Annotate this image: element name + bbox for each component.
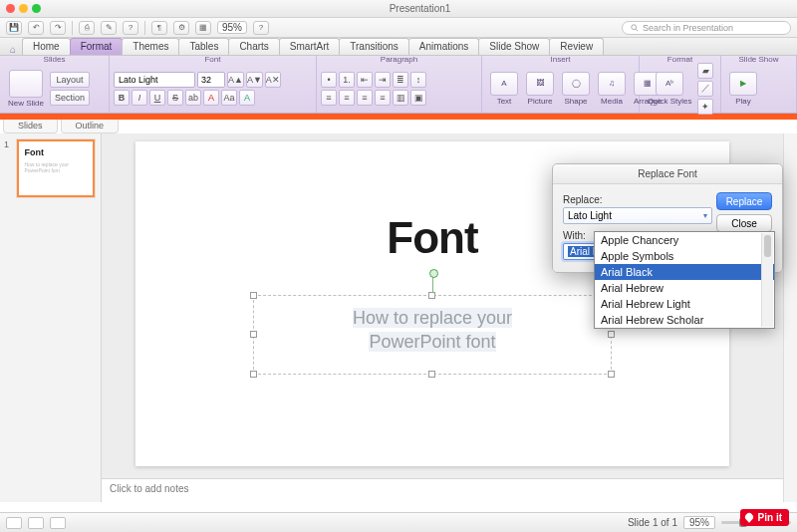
- pin-it-button[interactable]: Pin it: [740, 509, 789, 526]
- font-option[interactable]: Arial Hebrew Scholar: [595, 312, 774, 328]
- slideshow-view-button[interactable]: [50, 517, 66, 529]
- numbering-button[interactable]: 1.: [339, 72, 355, 88]
- with-font-dropdown[interactable]: Apple Chancery Apple Symbols Arial Black…: [594, 231, 775, 329]
- search-icon: [631, 24, 639, 32]
- dropdown-scrollbar[interactable]: [761, 233, 773, 327]
- subtab-outline[interactable]: Outline: [61, 120, 120, 133]
- search-input[interactable]: Search in Presentation: [622, 21, 791, 35]
- selection-handle[interactable]: [428, 292, 435, 299]
- tab-home[interactable]: Home: [22, 38, 71, 55]
- subtitle-placeholder[interactable]: How to replace your PowerPoint font: [253, 295, 612, 375]
- selection-handle[interactable]: [608, 371, 615, 378]
- highlight-button[interactable]: ab: [185, 90, 201, 106]
- subtitle-text[interactable]: How to replace your PowerPoint font: [254, 296, 611, 355]
- tab-review[interactable]: Review: [549, 38, 604, 55]
- selection-handle[interactable]: [250, 331, 257, 338]
- close-window-button[interactable]: [6, 4, 15, 13]
- quick-styles-button[interactable]: AᵇQuick Styles: [644, 72, 695, 106]
- font-color-2-button[interactable]: A: [239, 90, 255, 106]
- play-slideshow-button[interactable]: ▶Play: [725, 72, 761, 106]
- bullets-button[interactable]: •: [321, 72, 337, 88]
- sorter-view-button[interactable]: [28, 517, 44, 529]
- decrease-indent-button[interactable]: ⇤: [357, 72, 373, 88]
- increase-indent-button[interactable]: ⇥: [375, 72, 391, 88]
- tab-format[interactable]: Format: [70, 38, 124, 55]
- tab-transitions[interactable]: Transitions: [339, 38, 409, 55]
- font-option-selected[interactable]: Arial Black: [595, 264, 774, 280]
- strike-button[interactable]: S: [167, 90, 183, 106]
- status-zoom-value[interactable]: 95%: [683, 516, 715, 529]
- shape-effects-button[interactable]: ✦: [697, 99, 713, 115]
- align-left-button[interactable]: ≡: [321, 90, 337, 106]
- tab-tables[interactable]: Tables: [178, 38, 229, 55]
- insert-shape-button[interactable]: ◯Shape: [558, 72, 594, 106]
- close-button[interactable]: Close: [716, 214, 772, 232]
- subtitle-line-1: How to replace your: [353, 308, 512, 328]
- vertical-scrollbar[interactable]: [783, 133, 797, 502]
- tab-slide-show[interactable]: Slide Show: [478, 38, 550, 55]
- layout-button[interactable]: Layout: [50, 72, 90, 88]
- shape-line-button[interactable]: ／: [697, 81, 713, 97]
- media-browser-button[interactable]: ▦: [195, 21, 211, 35]
- text-direction-button[interactable]: ↕: [410, 72, 426, 88]
- insert-text-button[interactable]: AText: [486, 72, 522, 106]
- normal-view-button[interactable]: [6, 517, 22, 529]
- font-color-button[interactable]: A: [203, 90, 219, 106]
- slide-thumbnail-1[interactable]: Font How to replace your PowerPoint font: [17, 139, 95, 197]
- save-button[interactable]: 💾: [6, 21, 22, 35]
- section-button[interactable]: Section: [50, 90, 90, 106]
- redo-button[interactable]: ↷: [50, 21, 66, 35]
- tab-themes[interactable]: Themes: [122, 38, 179, 55]
- justify-button[interactable]: ≡: [375, 90, 391, 106]
- font-option[interactable]: Arial Hebrew Light: [595, 296, 774, 312]
- italic-button[interactable]: I: [132, 90, 147, 106]
- insert-picture-button[interactable]: 🖼Picture: [522, 72, 558, 106]
- slide-thumbnails-pane[interactable]: 1 Font How to replace your PowerPoint fo…: [0, 133, 102, 502]
- grow-font-button[interactable]: A▲: [227, 72, 244, 88]
- tab-animations[interactable]: Animations: [408, 38, 479, 55]
- show-hide-button[interactable]: ¶: [151, 21, 167, 35]
- rotation-handle[interactable]: [432, 275, 433, 293]
- shrink-font-button[interactable]: A▼: [246, 72, 263, 88]
- columns-button[interactable]: ▥: [393, 90, 408, 106]
- bold-button[interactable]: B: [114, 90, 130, 106]
- replace-button[interactable]: Replace: [716, 192, 772, 210]
- align-center-button[interactable]: ≡: [339, 90, 355, 106]
- line-spacing-button[interactable]: ≣: [393, 72, 408, 88]
- selection-handle[interactable]: [608, 331, 615, 338]
- chevron-down-icon: ▾: [703, 211, 707, 220]
- insert-media-button[interactable]: ♫Media: [594, 72, 630, 106]
- help-button[interactable]: ?: [123, 21, 138, 35]
- undo-button[interactable]: ↶: [28, 21, 44, 35]
- toolbox-button[interactable]: ⚙: [173, 21, 189, 35]
- notes-pane[interactable]: Click to add notes: [102, 478, 783, 502]
- selection-handle[interactable]: [250, 371, 257, 378]
- home-icon[interactable]: ⌂: [4, 44, 22, 55]
- new-slide-button[interactable]: New Slide: [4, 70, 48, 108]
- font-option[interactable]: Arial Hebrew: [595, 280, 774, 296]
- clear-formatting-button[interactable]: A✕: [265, 72, 281, 88]
- toolbar-divider: [144, 21, 145, 35]
- zoom-window-button[interactable]: [32, 4, 41, 13]
- selection-handle[interactable]: [428, 371, 435, 378]
- change-case-button[interactable]: Aa: [221, 90, 237, 106]
- underline-button[interactable]: U: [149, 90, 165, 106]
- subtab-slides[interactable]: Slides: [3, 120, 58, 133]
- align-right-button[interactable]: ≡: [357, 90, 373, 106]
- font-size-combo[interactable]: 32: [197, 72, 225, 88]
- zoom-combo[interactable]: 95%: [217, 21, 247, 34]
- format-painter-button[interactable]: ✎: [101, 21, 117, 35]
- selection-handle[interactable]: [250, 292, 257, 299]
- replace-font-select[interactable]: Lato Light ▾: [563, 207, 712, 224]
- minimize-window-button[interactable]: [19, 4, 28, 13]
- window-controls: [6, 4, 41, 13]
- convert-smartart-button[interactable]: ▣: [410, 90, 426, 106]
- scrollbar-thumb[interactable]: [764, 235, 771, 257]
- tab-smartart[interactable]: SmartArt: [279, 38, 340, 55]
- font-name-combo[interactable]: Lato Light: [114, 72, 195, 88]
- zoom-help-button[interactable]: ?: [253, 21, 269, 35]
- font-option[interactable]: Apple Chancery: [595, 232, 774, 248]
- tab-charts[interactable]: Charts: [228, 38, 279, 55]
- print-button[interactable]: ⎙: [79, 21, 95, 35]
- font-option[interactable]: Apple Symbols: [595, 248, 774, 264]
